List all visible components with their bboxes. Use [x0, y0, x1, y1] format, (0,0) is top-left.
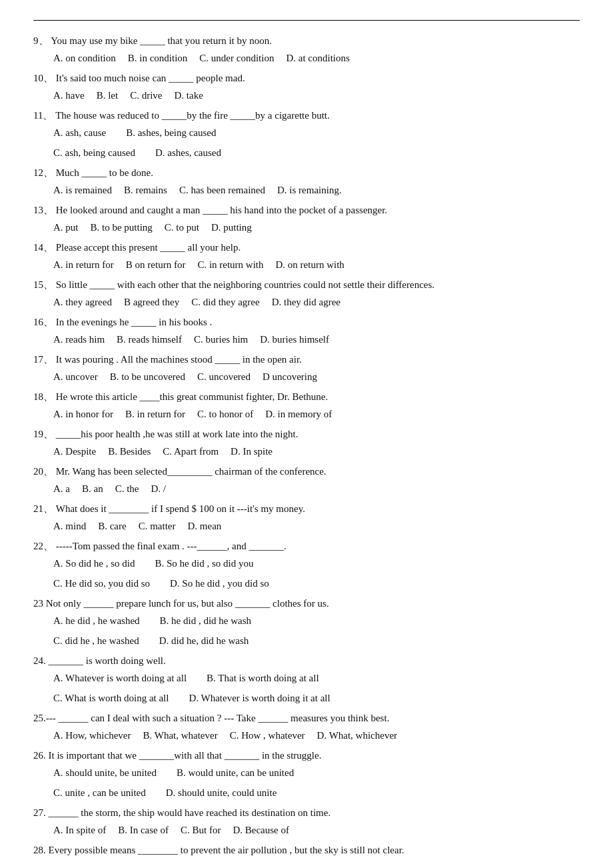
options-row: A. in honor forB. in return forC. to hon… — [53, 406, 580, 422]
option: B. an — [82, 481, 103, 497]
question-stem: 14、 Please accept this present _____ all… — [33, 239, 580, 255]
question-stem: 21、 What does it ________ if I spend $ 1… — [33, 501, 580, 517]
options-row: A. putB. to be puttingC. to putD. puttin… — [53, 219, 580, 235]
option: B. to be putting — [91, 219, 153, 235]
question-stem: 16、 In the evenings he _____ in his book… — [33, 314, 580, 330]
option: B. he did , did he wash — [160, 613, 251, 629]
option: D. In spite — [231, 443, 273, 459]
options-row: A. reads himB. reads himselfC. buries hi… — [53, 331, 580, 347]
option: B. in condition — [128, 50, 188, 66]
option: A. ash, cause — [53, 125, 106, 141]
option: C. did he , he washed — [53, 633, 139, 649]
question-stem: 12、 Much _____ to be done. — [33, 165, 580, 181]
option: C. He did so, you did so — [53, 575, 150, 591]
question-block: 9、 You may use my bike _____ that you re… — [33, 33, 580, 66]
option: C. buries him — [194, 331, 248, 347]
option: B. care — [98, 518, 126, 534]
options-row: A. So did he , so didB. So he did , so d… — [53, 555, 580, 571]
options-row: A. he did , he washedB. he did , did he … — [53, 613, 580, 629]
option: C. drive — [130, 87, 162, 103]
option: A. Despite — [53, 443, 96, 459]
option: D uncovering — [263, 369, 317, 385]
options-row: C. ash, being causedD. ashes, caused — [53, 145, 580, 161]
option: C. has been remained — [179, 182, 265, 198]
question-block: 14、 Please accept this present _____ all… — [33, 239, 580, 273]
option: A. he did , he washed — [53, 613, 140, 629]
option: A. mind — [53, 518, 86, 534]
question-block: 10、 It's said too much noise can _____ p… — [33, 70, 580, 103]
option: C. the — [115, 481, 139, 497]
option: B. That is worth doing at all — [207, 670, 318, 686]
option: A. put — [53, 219, 79, 235]
option: C. to honor of — [197, 406, 253, 422]
question-stem: 26. It is important that we _______with … — [33, 747, 580, 763]
option: A. In spite of — [53, 822, 106, 838]
question-block: 28. Every possible means ________ to pre… — [33, 842, 580, 858]
options-row: A. DespiteB. BesidesC. Apart fromD. In s… — [53, 443, 580, 459]
option: A. How, whichever — [53, 727, 131, 743]
question-stem: 10、 It's said too much noise can _____ p… — [33, 70, 580, 86]
option: A. Whatever is worth doing at all — [53, 670, 187, 686]
option: B. would unite, can be united — [177, 765, 294, 781]
option: C. to put — [165, 219, 199, 235]
question-block: 11、 The house was reduced to _____by the… — [33, 107, 580, 161]
option: D. take — [174, 87, 203, 103]
question-block: 19、 _____his poor health ,he was still a… — [33, 426, 580, 459]
option: B. remains — [124, 182, 167, 198]
option: C. under condition — [199, 50, 274, 66]
question-block: 22、 -----Tom passed the final exam . ---… — [33, 538, 580, 591]
option: B. to be uncovered — [110, 369, 185, 385]
option: D. is remaining. — [277, 182, 342, 198]
option: D. putting — [211, 219, 252, 235]
option: D. should unite, could unite — [166, 785, 277, 801]
option: D. / — [151, 481, 167, 497]
options-row: C. He did so, you did soD. So he did , y… — [53, 575, 580, 591]
question-stem: 9、 You may use my bike _____ that you re… — [33, 33, 580, 49]
option: D. mean — [187, 518, 221, 534]
option: D. buries himself — [260, 331, 329, 347]
question-stem: 28. Every possible means ________ to pre… — [33, 842, 580, 858]
options-row: A. How, whicheverB. What, whateverC. How… — [53, 727, 580, 743]
option: B. let — [97, 87, 119, 103]
options-row: A. Whatever is worth doing at allB. That… — [53, 670, 580, 686]
options-row: A. on conditionB. in conditionC. under c… — [53, 50, 580, 66]
option: B. Besides — [108, 443, 151, 459]
option: A. they agreed — [53, 294, 112, 310]
option: D. in memory of — [265, 406, 332, 422]
option: A. a — [53, 481, 70, 497]
options-row: A. In spite ofB. In case ofC. But forD. … — [53, 822, 580, 838]
option: D. did he, did he wash — [159, 633, 249, 649]
options-row: C. What is worth doing at allD. Whatever… — [53, 690, 580, 706]
options-row: C. unite , can be unitedD. should unite,… — [53, 785, 580, 801]
question-block: 23 Not only ______ prepare lunch for us,… — [33, 595, 580, 649]
option: A. in return for — [53, 257, 114, 273]
options-row: C. did he , he washedD. did he, did he w… — [53, 633, 580, 649]
question-stem: 27. ______ the storm, the ship would hav… — [33, 805, 580, 821]
option: D. Because of — [233, 822, 289, 838]
top-divider — [33, 20, 580, 21]
option: A. on condition — [53, 50, 116, 66]
question-stem: 23 Not only ______ prepare lunch for us,… — [33, 595, 580, 611]
question-stem: 25.--- ______ can I deal with such a sit… — [33, 710, 580, 726]
questions-container: 9、 You may use my bike _____ that you re… — [33, 33, 580, 858]
question-stem: 19、 _____his poor health ,he was still a… — [33, 426, 580, 442]
option: D. on return with — [276, 257, 344, 273]
question-block: 16、 In the evenings he _____ in his book… — [33, 314, 580, 347]
question-stem: 15、 So little _____ with each other that… — [33, 277, 580, 293]
question-stem: 24. _______ is worth doing well. — [33, 653, 580, 669]
options-row: A. should unite, be unitedB. would unite… — [53, 765, 580, 781]
option: B. What, whatever — [143, 727, 218, 743]
option: C. uncovered — [197, 369, 251, 385]
question-block: 12、 Much _____ to be done.A. is remained… — [33, 165, 580, 198]
question-block: 27. ______ the storm, the ship would hav… — [33, 805, 580, 838]
question-block: 20、 Mr. Wang has been selected_________ … — [33, 463, 580, 497]
option: B on return for — [126, 257, 186, 273]
option: C. in return with — [197, 257, 263, 273]
option: C. Apart from — [163, 443, 219, 459]
question-stem: 18、 He wrote this article ____this great… — [33, 389, 580, 405]
option: D. Whatever is worth doing it at all — [189, 690, 330, 706]
option: A. uncover — [53, 369, 98, 385]
question-stem: 17、 It was pouring . All the machines st… — [33, 351, 580, 367]
option: C. unite , can be united — [53, 785, 146, 801]
option: D. at conditions — [286, 50, 349, 66]
